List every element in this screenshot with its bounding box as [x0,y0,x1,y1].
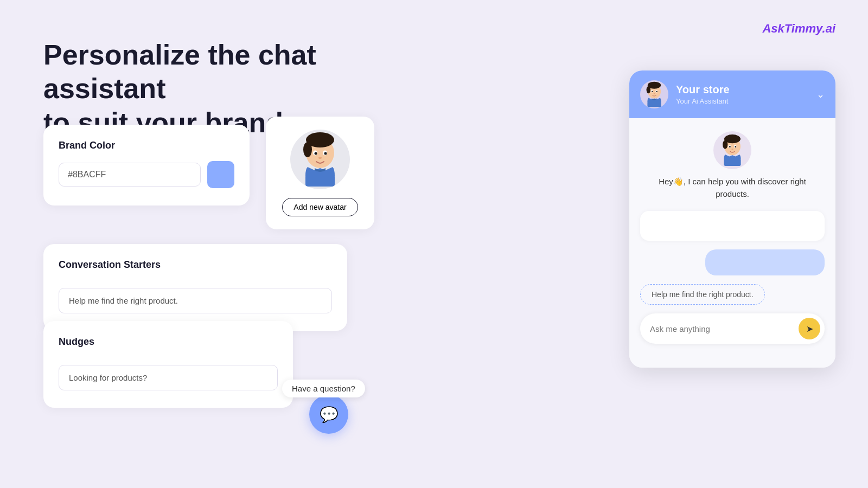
chat-store-name: Your store [676,84,809,96]
avatar-card: Add new avatar [266,117,374,229]
chat-header-info: Your store Your Ai Assistant [676,84,809,105]
bot-intro: Hey👋, I can help you with discover right… [640,131,825,200]
send-icon: ➤ [806,324,813,334]
bot-avatar-large [713,131,751,169]
svg-rect-26 [724,159,741,166]
add-avatar-button[interactable]: Add new avatar [282,198,358,216]
starter-input[interactable] [59,288,332,313]
chat-icon: 💬 [320,406,339,423]
svg-rect-17 [647,101,661,107]
logo: AskTimmy.ai [762,22,835,36]
svg-point-14 [652,91,653,92]
bot-avatar-illustration [718,134,746,166]
svg-rect-8 [305,175,335,187]
chat-send-button[interactable]: ➤ [799,318,820,339]
brand-color-card: Brand Color [43,125,250,206]
svg-point-2 [303,142,312,157]
svg-point-6 [324,152,327,155]
chat-suggestion-chip[interactable]: Help me find the right product. [640,284,765,305]
brand-color-label: Brand Color [59,140,234,151]
nudge-input[interactable] [59,365,278,390]
nudges-label: Nudges [59,336,278,348]
svg-point-24 [735,146,736,147]
nudges-card: Nudges [43,321,293,408]
chat-body: Hey👋, I can help you with discover right… [629,118,835,368]
svg-point-7 [318,157,322,159]
avatar-illustration [296,132,344,187]
svg-point-20 [723,140,727,149]
svg-point-23 [729,146,731,147]
chat-intro-message: Hey👋, I can help you with discover right… [640,176,825,200]
svg-point-11 [647,86,650,93]
starters-label: Conversation Starters [59,259,332,271]
conversation-starters-card: Conversation Starters [43,244,347,331]
svg-point-5 [315,152,317,155]
color-swatch[interactable] [207,161,234,188]
have-question-tooltip: Have a question? [282,380,365,397]
chat-fab-button[interactable]: 💬 [309,395,348,434]
svg-point-16 [654,93,655,94]
chat-input-area: ➤ [640,313,825,344]
chat-text-input[interactable] [650,324,793,333]
chat-header: Your store Your Ai Assistant ⌄ [629,70,835,118]
color-hex-input[interactable] [59,163,201,187]
chat-assistant-label: Your Ai Assistant [676,97,809,105]
svg-point-25 [731,149,733,150]
chat-received-message-area [640,211,825,241]
chat-fab-area: Have a question? 💬 [309,395,348,434]
chat-sent-bubble [705,249,825,275]
chat-window-preview: Your store Your Ai Assistant ⌄ [629,70,835,368]
svg-point-15 [656,91,658,92]
chat-header-avatar [640,80,668,108]
avatar-preview [290,130,350,189]
chevron-down-icon[interactable]: ⌄ [816,88,825,100]
logo-text: AskTimmy.ai [762,22,835,35]
chat-avatar-illustration [643,81,666,107]
